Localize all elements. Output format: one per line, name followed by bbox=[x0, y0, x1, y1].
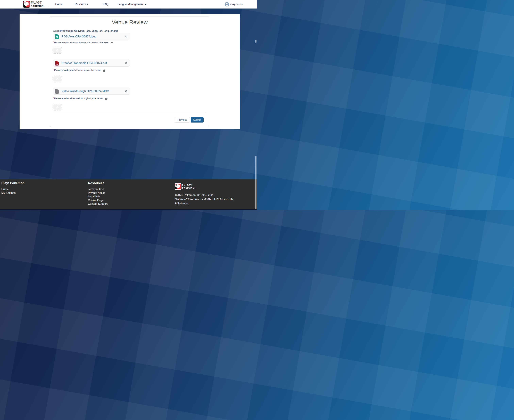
requirement-text: Please attach a photo of the venue’s Poi… bbox=[54, 42, 109, 43]
logo-pokemon-text: POKÉMON. bbox=[31, 5, 44, 7]
file-upload-dropzone[interactable] bbox=[52, 75, 62, 82]
file-upload-dropzone[interactable] bbox=[52, 47, 62, 54]
footer-heading: Resources bbox=[88, 181, 108, 185]
logo-play-text: PLAY! bbox=[182, 183, 192, 187]
info-icon[interactable]: i bbox=[103, 69, 105, 72]
uploaded-file-card: POS Area OPA-30874.jpeg ✕ bbox=[54, 33, 129, 40]
nav-league-label: League Management bbox=[118, 3, 143, 6]
upload-requirement: *Please provide proof of ownership of th… bbox=[53, 68, 179, 72]
footer-play-pokemon-logo: PLAY! POKÉMON. ™ bbox=[175, 183, 200, 190]
supported-file-types-note: Supported image file types: .jpg, .jpeg,… bbox=[53, 29, 118, 32]
nav-item-faq[interactable]: FAQ bbox=[103, 0, 108, 8]
upload-icon bbox=[56, 105, 59, 109]
footer-link-contact-support[interactable]: Contact Support bbox=[88, 203, 108, 205]
remove-file-button[interactable]: ✕ bbox=[125, 35, 127, 38]
footer-column-resources: Resources Terms of Use Privacy Notice Le… bbox=[88, 181, 108, 206]
pdf-file-icon: PDF bbox=[55, 60, 59, 66]
nav-item-resources[interactable]: Resources bbox=[75, 0, 88, 8]
copyright-line-2: Nintendo/Creatures Inc./GAME FREAK inc. … bbox=[175, 197, 234, 201]
pdf-badge-text: PDF bbox=[56, 64, 58, 65]
content-panel: Venue Review Supported image file types:… bbox=[20, 14, 240, 129]
top-navigation-bar: PLAY! POKÉMON. ™ Home Resources FAQ Leag… bbox=[0, 0, 257, 8]
play-pokemon-logo-icon: PLAY! POKÉMON. ™ bbox=[23, 1, 50, 8]
nav-item-home[interactable]: Home bbox=[55, 0, 63, 8]
required-asterisk: * bbox=[53, 68, 54, 71]
footer-heading: Play! Pokémon bbox=[1, 181, 24, 185]
requirement-text: Please provide proof of ownership of the… bbox=[54, 69, 101, 71]
submit-button[interactable]: Submit bbox=[191, 117, 204, 122]
upload-requirement: *Please attach a video walk through of y… bbox=[53, 96, 179, 100]
copyright-text: ©2026 Pokémon. ©1995 - 2026 Nintendo/Cre… bbox=[175, 193, 234, 205]
upload-requirement: *Please attach a photo of the venue’s Po… bbox=[53, 41, 179, 43]
remove-file-button[interactable]: ✕ bbox=[125, 62, 127, 65]
user-name: Greg Jacobs bbox=[230, 3, 243, 6]
required-asterisk: * bbox=[53, 96, 54, 99]
remove-file-button[interactable]: ✕ bbox=[125, 90, 127, 93]
logo-tm-mark: ™ bbox=[199, 189, 199, 190]
generic-file-icon bbox=[55, 89, 59, 94]
scrollbar-thumb-page[interactable] bbox=[255, 156, 257, 209]
footer-column-play-pokemon: Play! Pokémon Home My Settings bbox=[1, 181, 24, 195]
user-menu[interactable]: Greg Jacobs bbox=[225, 0, 243, 8]
dropzone-inner bbox=[53, 76, 61, 82]
upload-icon bbox=[56, 77, 59, 81]
info-icon[interactable]: i bbox=[111, 42, 113, 43]
footer-link-legal-info[interactable]: Legal Info bbox=[88, 195, 108, 198]
uploaded-file-link[interactable]: Proof of Ownership OPA-30874.pdf bbox=[62, 61, 107, 65]
uploaded-file-card: PDF Proof of Ownership OPA-30874.pdf ✕ bbox=[54, 60, 129, 67]
footer-bottom-strip bbox=[0, 209, 257, 210]
footer-link-cookie-page[interactable]: Cookie Page bbox=[88, 199, 108, 202]
logo-pokemon-text: POKÉMON. bbox=[182, 187, 195, 189]
nav-item-league-management[interactable]: League Management bbox=[118, 0, 147, 8]
avatar bbox=[225, 2, 229, 7]
dropzone-inner bbox=[53, 105, 61, 110]
footer-column-legal: PLAY! POKÉMON. ™ ©2026 Pokémon. ©1995 - … bbox=[175, 183, 234, 205]
venue-review-card: Venue Review Supported image file types:… bbox=[50, 16, 209, 127]
previous-button[interactable]: Previous bbox=[175, 117, 190, 122]
copyright-line-3: ®Nintendo. bbox=[175, 201, 234, 205]
copyright-line-1: ©2026 Pokémon. ©1995 - 2026 bbox=[175, 193, 234, 197]
requirement-text: Please attach a video walk through of yo… bbox=[54, 97, 103, 99]
dropzone-inner bbox=[53, 48, 61, 53]
page: { "header": { "logo": { "line1": "PLAY!"… bbox=[0, 0, 257, 210]
form-actions: Previous Submit bbox=[175, 117, 204, 122]
logo-tm-mark: ™ bbox=[48, 7, 49, 8]
uploaded-file-link[interactable]: Video Walkthrough OPA-30874.MOV bbox=[62, 90, 109, 93]
image-file-icon bbox=[55, 34, 59, 39]
scrollbar-thumb-inner[interactable] bbox=[255, 40, 257, 43]
chevron-down-icon bbox=[145, 0, 147, 8]
uploaded-file-card: Video Walkthrough OPA-30874.MOV ✕ bbox=[54, 88, 129, 95]
file-upload-dropzone[interactable] bbox=[52, 104, 62, 111]
play-pokemon-logo[interactable]: PLAY! POKÉMON. ™ bbox=[23, 1, 50, 8]
footer-link-home[interactable]: Home bbox=[1, 188, 24, 191]
uploaded-file-link[interactable]: POS Area OPA-30874.jpeg bbox=[62, 35, 96, 38]
info-icon[interactable]: i bbox=[105, 98, 108, 100]
footer-link-terms-of-use[interactable]: Terms of Use bbox=[88, 188, 108, 191]
footer-link-privacy-notice[interactable]: Privacy Notice bbox=[88, 192, 108, 194]
logo-play-text: PLAY! bbox=[31, 1, 42, 5]
footer-link-my-settings[interactable]: My Settings bbox=[1, 192, 24, 194]
required-asterisk: * bbox=[53, 41, 54, 43]
page-footer: Play! Pokémon Home My Settings Resources… bbox=[0, 179, 257, 210]
upload-icon bbox=[56, 48, 59, 52]
page-title: Venue Review bbox=[50, 19, 209, 26]
